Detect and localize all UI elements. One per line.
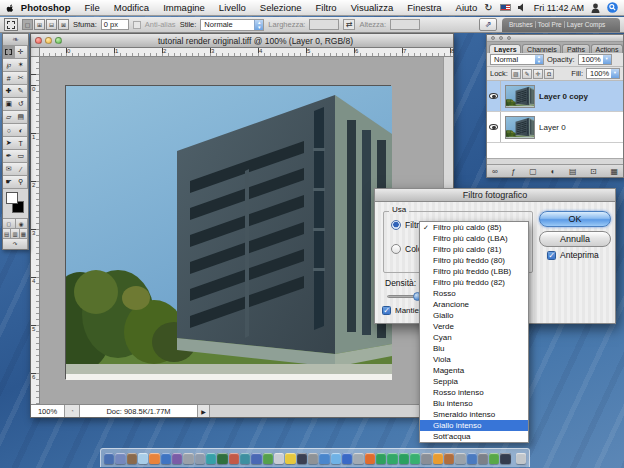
zoom-tool[interactable]: ⚲ xyxy=(15,176,28,189)
opacity-field[interactable]: 100% ▾ xyxy=(578,54,612,65)
menu-visualizza[interactable]: Visualizza xyxy=(344,2,401,13)
dock-app-icon-25[interactable] xyxy=(387,453,397,464)
antialias-checkbox[interactable] xyxy=(133,21,141,29)
volume-icon[interactable] xyxy=(518,3,527,12)
dock-app-icon-5[interactable] xyxy=(161,453,171,464)
menu-file[interactable]: File xyxy=(77,2,106,13)
lock-transparency-icon[interactable]: ▨ xyxy=(511,69,521,79)
slice-tool[interactable]: ✂ xyxy=(15,72,28,85)
delete-layer-icon[interactable]: ▦ xyxy=(610,167,618,176)
filter-option-0[interactable]: ✓Filtro più caldo (85) xyxy=(420,222,528,233)
tab-layers[interactable]: Layers xyxy=(489,44,521,53)
current-tool-preview[interactable] xyxy=(4,18,18,31)
menu-photoshop[interactable]: Photoshop xyxy=(14,2,78,13)
dock-app-icon-3[interactable] xyxy=(138,453,148,464)
input-language-flag-icon[interactable] xyxy=(500,4,511,11)
blend-mode-combo[interactable]: Normal ▴▾ xyxy=(490,54,544,65)
adjustment-layer-icon[interactable]: ◐ xyxy=(551,167,556,176)
dock-app-icon-26[interactable] xyxy=(399,453,409,464)
dock-app-icon-32[interactable] xyxy=(467,453,477,464)
fullscreen-menubar-button[interactable]: ▥ xyxy=(11,229,19,238)
tab-actions[interactable]: Actions xyxy=(591,44,623,53)
selection-mode-subtract[interactable]: ⊟ xyxy=(46,19,57,30)
filter-option-15[interactable]: Rosso intenso xyxy=(420,387,528,398)
filter-option-9[interactable]: Verde xyxy=(420,321,528,332)
dock-app-icon-20[interactable] xyxy=(331,453,341,464)
dock-app-icon-24[interactable] xyxy=(376,453,386,464)
trash-icon[interactable] xyxy=(516,453,526,464)
horizontal-ruler[interactable]: 012345678 xyxy=(40,48,453,57)
dock-app-icon-21[interactable] xyxy=(342,453,352,464)
well-tab-tool-pre[interactable]: Tool Pre xyxy=(536,21,565,28)
style-combo[interactable]: Normale ▴▾ xyxy=(200,19,264,31)
swap-dimensions-icon[interactable]: ⇄ xyxy=(343,19,355,30)
filter-option-17[interactable]: Smeraldo intenso xyxy=(420,409,528,420)
filter-option-8[interactable]: Giallo xyxy=(420,310,528,321)
path-selection-tool[interactable]: ➤ xyxy=(3,137,16,150)
preserve-luminosity-checkbox[interactable]: ✓ xyxy=(382,306,391,315)
magic-wand-tool[interactable]: ✶ xyxy=(15,59,28,72)
menu-finestra[interactable]: Finestra xyxy=(400,2,448,13)
layer-row[interactable]: Layer 0 copy xyxy=(487,81,623,112)
dock-app-icon-22[interactable] xyxy=(353,453,363,464)
filter-option-10[interactable]: Cyan xyxy=(420,332,528,343)
spotlight-icon[interactable] xyxy=(607,2,618,13)
lasso-tool[interactable]: ℘ xyxy=(3,59,16,72)
go-to-bridge-button[interactable]: ⇗ xyxy=(479,18,497,31)
filter-option-19[interactable]: Sott'acqua xyxy=(420,431,528,442)
tab-channels[interactable]: Channels xyxy=(522,44,561,53)
dock-app-icon-6[interactable] xyxy=(172,453,182,464)
foreground-color-swatch[interactable] xyxy=(6,192,18,204)
blur-tool[interactable]: ○ xyxy=(3,124,16,137)
close-button[interactable] xyxy=(35,37,42,44)
horizontal-scrollbar[interactable] xyxy=(210,405,453,417)
dock-app-icon-29[interactable] xyxy=(433,453,443,464)
well-tab-brushes[interactable]: Brushes xyxy=(507,21,536,28)
dock-app-icon-28[interactable] xyxy=(421,453,431,464)
layer-row[interactable]: Layer 0 xyxy=(487,112,623,143)
dock-app-icon-0[interactable] xyxy=(104,453,114,464)
menu-modifica[interactable]: Modifica xyxy=(107,2,156,13)
zoom-window-button[interactable] xyxy=(55,37,62,44)
type-tool[interactable]: T xyxy=(15,137,28,150)
dock-app-icon-31[interactable] xyxy=(455,453,465,464)
filter-option-1[interactable]: Filtro più caldo (LBA) xyxy=(420,233,528,244)
lock-all-icon[interactable]: ◘ xyxy=(544,69,554,79)
fill-field[interactable]: 100% ▾ xyxy=(586,68,620,79)
selection-mode-new[interactable]: ▢ xyxy=(22,19,33,30)
dock-app-icon-9[interactable] xyxy=(206,453,216,464)
pen-tool[interactable]: ✒ xyxy=(3,150,16,163)
dock-app-icon-4[interactable] xyxy=(149,453,159,464)
clone-stamp-tool[interactable]: ▣ xyxy=(3,98,16,111)
filter-option-11[interactable]: Blu xyxy=(420,343,528,354)
vertical-ruler[interactable]: 0123456 xyxy=(31,57,40,404)
dock-app-icon-30[interactable] xyxy=(444,453,454,464)
filter-option-3[interactable]: Filtro più freddo (80) xyxy=(420,255,528,266)
new-layer-icon[interactable]: ⊡ xyxy=(590,167,597,176)
cancel-button[interactable]: Annulla xyxy=(539,231,611,247)
layer-mask-icon[interactable]: ▢ xyxy=(529,167,537,176)
dock-app-icon-23[interactable] xyxy=(365,453,375,464)
menu-aiuto[interactable]: Aiuto xyxy=(449,2,485,13)
height-input[interactable] xyxy=(390,19,420,30)
history-brush-tool[interactable]: ↺ xyxy=(15,98,28,111)
dock-app-icon-33[interactable] xyxy=(478,453,488,464)
lock-pixels-icon[interactable]: ✎ xyxy=(522,69,532,79)
feather-input[interactable]: 0 px xyxy=(101,19,129,30)
dock-app-icon-2[interactable] xyxy=(127,453,137,464)
lock-position-icon[interactable]: ✛ xyxy=(533,69,543,79)
dock-app-icon-14[interactable] xyxy=(263,453,273,464)
menu-livello[interactable]: Livello xyxy=(212,2,253,13)
status-popup-arrow-icon[interactable]: ▶ xyxy=(198,405,210,417)
layer-style-icon[interactable]: ƒ xyxy=(511,167,515,176)
dock-app-icon-15[interactable] xyxy=(274,453,284,464)
menu-filtro[interactable]: Filtro xyxy=(309,2,344,13)
sync-icon[interactable]: ↻ xyxy=(484,2,492,13)
dock-app-icon-35[interactable] xyxy=(500,453,510,464)
rect-marquee-tool[interactable] xyxy=(3,46,16,59)
brush-tool[interactable]: ✎ xyxy=(15,85,28,98)
filter-option-12[interactable]: Viola xyxy=(420,354,528,365)
dock-app-icon-11[interactable] xyxy=(229,453,239,464)
move-tool[interactable]: ✛ xyxy=(15,46,28,59)
gradient-tool[interactable]: ▤ xyxy=(15,111,28,124)
